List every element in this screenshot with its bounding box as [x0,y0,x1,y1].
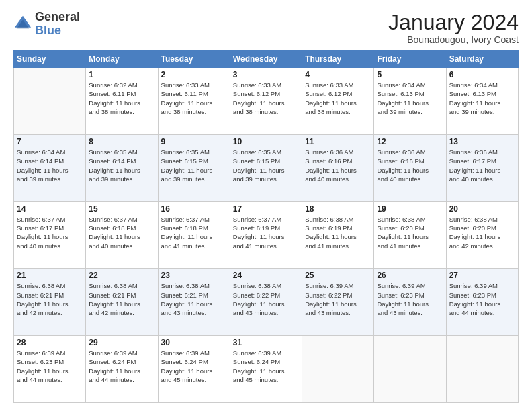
day-number: 30 [161,338,227,347]
weekday-header-monday: Monday [86,51,158,68]
day-number: 17 [233,204,299,214]
day-info: Sunrise: 6:35 AM Sunset: 6:14 PM Dayligh… [89,148,140,183]
day-number: 6 [449,70,515,79]
calendar-cell: 19Sunrise: 6:38 AM Sunset: 6:20 PM Dayli… [374,201,446,269]
calendar-cell: 7Sunrise: 6:34 AM Sunset: 6:14 PM Daylig… [14,134,86,201]
day-info: Sunrise: 6:38 AM Sunset: 6:20 PM Dayligh… [377,216,429,250]
day-number: 16 [161,204,227,214]
day-info: Sunrise: 6:38 AM Sunset: 6:21 PM Dayligh… [89,282,140,316]
month-title: January 2024 [388,11,519,34]
day-info: Sunrise: 6:37 AM Sunset: 6:18 PM Dayligh… [89,216,140,250]
day-number: 29 [89,338,154,347]
calendar-cell: 11Sunrise: 6:36 AM Sunset: 6:16 PM Dayli… [302,134,374,201]
day-info: Sunrise: 6:39 AM Sunset: 6:23 PM Dayligh… [17,349,69,383]
logo-text: General Blue [35,11,80,38]
day-info: Sunrise: 6:38 AM Sunset: 6:21 PM Dayligh… [161,282,213,316]
day-info: Sunrise: 6:39 AM Sunset: 6:23 PM Dayligh… [377,282,429,316]
calendar-cell: 2Sunrise: 6:33 AM Sunset: 6:11 PM Daylig… [158,68,230,135]
calendar-table: SundayMondayTuesdayWednesdayThursdayFrid… [13,50,519,403]
weekday-header-row: SundayMondayTuesdayWednesdayThursdayFrid… [14,51,519,68]
calendar-cell: 30Sunrise: 6:39 AM Sunset: 6:24 PM Dayli… [158,336,230,403]
day-number: 26 [377,271,443,280]
calendar-cell: 24Sunrise: 6:38 AM Sunset: 6:22 PM Dayli… [230,269,302,336]
week-row-3: 21Sunrise: 6:38 AM Sunset: 6:21 PM Dayli… [14,269,519,336]
day-info: Sunrise: 6:35 AM Sunset: 6:15 PM Dayligh… [161,148,213,183]
day-info: Sunrise: 6:38 AM Sunset: 6:19 PM Dayligh… [305,216,357,250]
calendar-cell [14,68,86,135]
day-info: Sunrise: 6:36 AM Sunset: 6:17 PM Dayligh… [449,148,501,183]
day-number: 3 [233,70,299,79]
day-info: Sunrise: 6:34 AM Sunset: 6:14 PM Dayligh… [17,148,69,183]
day-number: 18 [305,204,371,214]
day-number: 11 [305,137,371,146]
calendar-cell: 14Sunrise: 6:37 AM Sunset: 6:17 PM Dayli… [14,201,86,269]
day-info: Sunrise: 6:39 AM Sunset: 6:24 PM Dayligh… [89,349,140,383]
day-info: Sunrise: 6:39 AM Sunset: 6:24 PM Dayligh… [161,349,213,383]
day-number: 22 [89,271,154,280]
day-number: 2 [161,70,227,79]
day-info: Sunrise: 6:34 AM Sunset: 6:13 PM Dayligh… [377,81,429,116]
day-number: 5 [377,70,443,79]
day-info: Sunrise: 6:38 AM Sunset: 6:20 PM Dayligh… [449,216,501,250]
calendar-cell: 29Sunrise: 6:39 AM Sunset: 6:24 PM Dayli… [86,336,158,403]
calendar-cell: 31Sunrise: 6:39 AM Sunset: 6:24 PM Dayli… [230,336,302,403]
calendar-cell: 17Sunrise: 6:37 AM Sunset: 6:19 PM Dayli… [230,201,302,269]
week-row-0: 1Sunrise: 6:32 AM Sunset: 6:11 PM Daylig… [14,68,519,135]
weekday-header-wednesday: Wednesday [230,51,302,68]
day-info: Sunrise: 6:32 AM Sunset: 6:11 PM Dayligh… [89,81,140,116]
calendar-cell: 21Sunrise: 6:38 AM Sunset: 6:21 PM Dayli… [14,269,86,336]
calendar-cell: 13Sunrise: 6:36 AM Sunset: 6:17 PM Dayli… [446,134,518,201]
day-number: 4 [305,70,371,79]
day-number: 13 [449,137,515,146]
day-info: Sunrise: 6:36 AM Sunset: 6:16 PM Dayligh… [377,148,429,183]
day-number: 28 [17,338,83,347]
day-info: Sunrise: 6:37 AM Sunset: 6:17 PM Dayligh… [17,216,69,250]
day-number: 24 [233,271,299,280]
weekday-header-friday: Friday [374,51,446,68]
day-number: 20 [449,204,515,214]
day-info: Sunrise: 6:35 AM Sunset: 6:15 PM Dayligh… [233,148,285,183]
weekday-header-saturday: Saturday [446,51,518,68]
week-row-1: 7Sunrise: 6:34 AM Sunset: 6:14 PM Daylig… [14,134,519,201]
calendar-cell: 4Sunrise: 6:33 AM Sunset: 6:12 PM Daylig… [302,68,374,135]
calendar-cell: 26Sunrise: 6:39 AM Sunset: 6:23 PM Dayli… [374,269,446,336]
subtitle: Bounadougou, Ivory Coast [388,34,519,45]
day-info: Sunrise: 6:33 AM Sunset: 6:11 PM Dayligh… [161,81,213,116]
calendar-cell: 18Sunrise: 6:38 AM Sunset: 6:19 PM Dayli… [302,201,374,269]
calendar-cell [446,336,518,403]
day-info: Sunrise: 6:39 AM Sunset: 6:22 PM Dayligh… [305,282,357,316]
week-row-2: 14Sunrise: 6:37 AM Sunset: 6:17 PM Dayli… [14,201,519,269]
calendar-cell [374,336,446,403]
weekday-header-thursday: Thursday [302,51,374,68]
calendar-cell: 22Sunrise: 6:38 AM Sunset: 6:21 PM Dayli… [86,269,158,336]
day-number: 23 [161,271,227,280]
calendar-cell: 25Sunrise: 6:39 AM Sunset: 6:22 PM Dayli… [302,269,374,336]
logo-blue: Blue [35,24,80,38]
day-info: Sunrise: 6:39 AM Sunset: 6:24 PM Dayligh… [233,349,285,383]
day-number: 9 [161,137,227,146]
weekday-header-tuesday: Tuesday [158,51,230,68]
day-number: 8 [89,137,154,146]
calendar-cell: 23Sunrise: 6:38 AM Sunset: 6:21 PM Dayli… [158,269,230,336]
day-info: Sunrise: 6:37 AM Sunset: 6:19 PM Dayligh… [233,216,285,250]
day-info: Sunrise: 6:38 AM Sunset: 6:22 PM Dayligh… [233,282,285,316]
calendar-cell [302,336,374,403]
header: General Blue January 2024 Bounadougou, I… [13,11,519,45]
logo: General Blue [13,11,80,38]
calendar-cell: 6Sunrise: 6:34 AM Sunset: 6:13 PM Daylig… [446,68,518,135]
day-number: 21 [17,271,83,280]
calendar-cell: 9Sunrise: 6:35 AM Sunset: 6:15 PM Daylig… [158,134,230,201]
day-number: 15 [89,204,154,214]
calendar-cell: 28Sunrise: 6:39 AM Sunset: 6:23 PM Dayli… [14,336,86,403]
title-block: January 2024 Bounadougou, Ivory Coast [388,11,519,45]
day-number: 14 [17,204,83,214]
day-number: 12 [377,137,443,146]
logo-icon [13,15,32,34]
calendar-cell: 3Sunrise: 6:33 AM Sunset: 6:12 PM Daylig… [230,68,302,135]
day-info: Sunrise: 6:33 AM Sunset: 6:12 PM Dayligh… [305,81,357,116]
logo-general: General [35,11,80,24]
calendar-cell: 15Sunrise: 6:37 AM Sunset: 6:18 PM Dayli… [86,201,158,269]
calendar-cell: 27Sunrise: 6:39 AM Sunset: 6:23 PM Dayli… [446,269,518,336]
page: General Blue January 2024 Bounadougou, I… [0,0,532,411]
calendar-cell: 1Sunrise: 6:32 AM Sunset: 6:11 PM Daylig… [86,68,158,135]
